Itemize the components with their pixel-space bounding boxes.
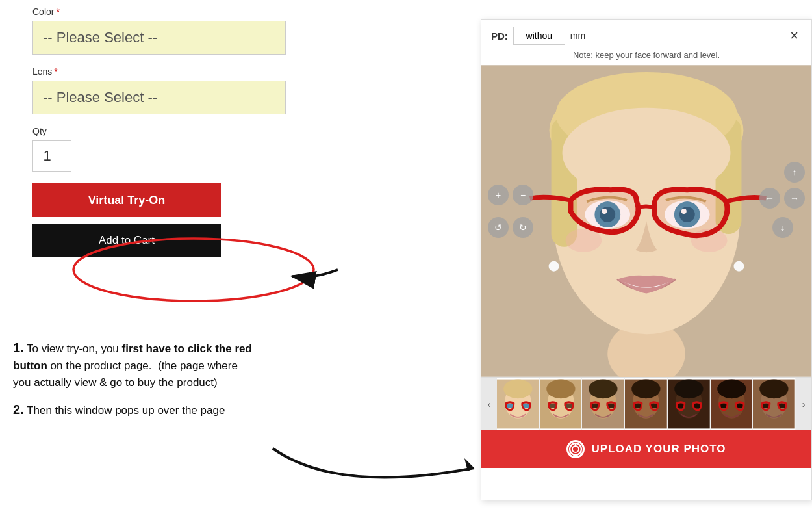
zoom-in-button[interactable]: + — [488, 185, 509, 205]
arrow-right-button[interactable]: → — [784, 188, 805, 209]
color-select[interactable]: -- Please Select -- — [32, 21, 286, 55]
lens-label: Lens * — [32, 66, 383, 77]
thumbnails-prev-button[interactable]: ‹ — [481, 378, 497, 430]
face-image-area: + − ↺ ↻ ↑ ← → ↓ — [481, 65, 811, 377]
instruction-item-1: 1. To view try-on, you first have to cli… — [13, 338, 448, 391]
instruction-1-number: 1. — [13, 341, 24, 355]
qty-input[interactable] — [32, 140, 71, 172]
svg-point-19 — [733, 261, 744, 272]
instruction-1-bold: first have to click the redbutton — [13, 343, 252, 372]
svg-point-42 — [674, 380, 703, 399]
color-required-star: * — [56, 6, 59, 17]
thumb-2[interactable] — [540, 378, 583, 430]
thumb-7[interactable] — [753, 378, 796, 430]
color-label: Color * — [32, 6, 383, 17]
left-panel: Color * -- Please Select -- Lens * -- Pl… — [0, 0, 403, 520]
svg-point-7 — [563, 108, 731, 198]
thumb-4[interactable] — [625, 378, 668, 430]
lens-required-star: * — [54, 66, 57, 77]
thumb-1[interactable] — [497, 378, 540, 430]
upload-icon — [566, 440, 585, 458]
instructions-section: 1. To view try-on, you first have to cli… — [0, 332, 468, 431]
instruction-item-2: 2. Then this window pops up over the pag… — [13, 400, 448, 419]
svg-point-56 — [572, 446, 579, 452]
thumbnails-row: ‹ — [481, 377, 811, 430]
svg-point-52 — [759, 380, 788, 399]
upload-button-label: UPLOAD YOUR PHOTO — [591, 443, 726, 456]
qty-field-group: Qty — [32, 126, 383, 172]
thumb-6[interactable] — [711, 378, 754, 430]
color-label-text: Color — [32, 6, 54, 17]
rotate-right-button[interactable]: ↻ — [513, 217, 533, 238]
pd-label: PD: — [491, 31, 508, 42]
upload-photo-button[interactable]: UPLOAD YOUR PHOTO — [481, 430, 811, 468]
arrow-down-button[interactable]: ↓ — [772, 217, 793, 238]
add-to-cart-button[interactable]: Add to Cart — [32, 224, 221, 257]
svg-point-27 — [546, 380, 575, 399]
lens-field-group: Lens * -- Please Select -- — [32, 66, 383, 114]
thumbnails-next-button[interactable]: › — [796, 378, 811, 430]
virtual-tryon-modal: PD: mm × Note: keep your face forward an… — [481, 20, 812, 500]
modal-header: PD: mm × — [481, 20, 811, 48]
rotate-left-button[interactable]: ↺ — [488, 217, 509, 238]
virtual-tryon-button-label: Virtual Try-On — [88, 194, 166, 207]
svg-point-47 — [717, 380, 746, 399]
modal-close-button[interactable]: × — [787, 27, 802, 44]
pd-input[interactable] — [513, 27, 565, 45]
arrow-up-button[interactable]: ↑ — [784, 162, 805, 183]
modal-note: Note: keep your face forward and level. — [481, 48, 811, 65]
pd-unit: mm — [570, 31, 585, 41]
svg-point-18 — [549, 261, 559, 272]
svg-point-22 — [503, 380, 532, 399]
thumb-3[interactable] — [582, 378, 625, 430]
lens-placeholder-text: -- Please Select -- — [43, 89, 157, 106]
add-to-cart-button-label: Add to Cart — [99, 234, 155, 247]
pd-section: PD: mm — [491, 27, 585, 45]
zoom-out-button[interactable]: − — [513, 185, 533, 205]
color-field-group: Color * -- Please Select -- — [32, 6, 383, 55]
instruction-2-number: 2. — [13, 402, 24, 417]
lens-label-text: Lens — [32, 66, 52, 77]
arrow-left-button[interactable]: ← — [759, 188, 780, 209]
virtual-tryon-button[interactable]: Virtual Try-On — [32, 183, 221, 217]
qty-label: Qty — [32, 126, 383, 136]
svg-marker-59 — [464, 458, 474, 471]
lens-select[interactable]: -- Please Select -- — [32, 81, 286, 114]
color-placeholder-text: -- Please Select -- — [43, 29, 157, 46]
svg-point-32 — [589, 380, 618, 399]
svg-point-37 — [631, 380, 660, 399]
thumb-5[interactable] — [668, 378, 711, 430]
